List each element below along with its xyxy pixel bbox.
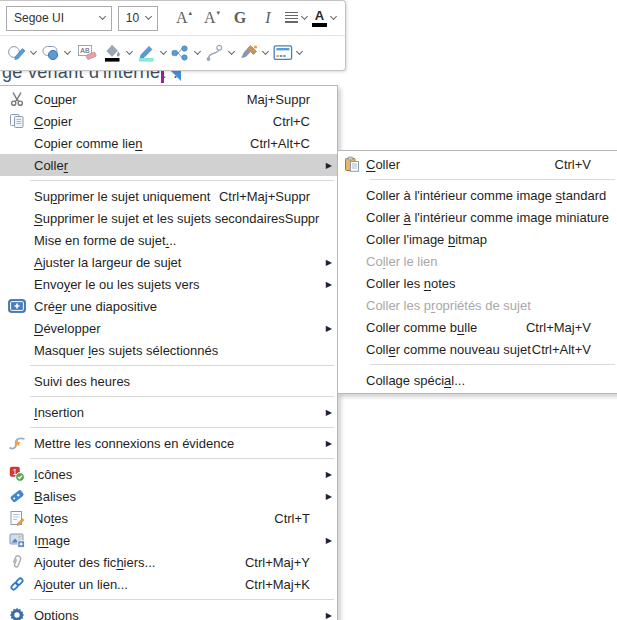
italic-button[interactable]: I: [256, 5, 280, 32]
font-size-select[interactable]: 10: [118, 6, 158, 31]
submenu-arrow-icon: ▶: [320, 324, 332, 333]
submenu-item[interactable]: Coller comme bulleCtrl+Maj+V: [338, 316, 617, 338]
scissors-icon: [0, 91, 34, 107]
menu-item-label: Insertion: [34, 406, 84, 419]
highlight-color-button[interactable]: [137, 40, 167, 67]
chevron-down-icon: [194, 48, 201, 55]
submenu-arrow-icon: ▶: [320, 611, 332, 620]
highlight-connections-icon: [0, 435, 34, 451]
submenu-arrow-icon: ▶: [320, 161, 332, 170]
menu-shortcut: Ctrl+Alt+C: [250, 137, 320, 150]
menu-shortcut: Ctrl+V: [555, 158, 601, 171]
menu-item[interactable]: Envoyer le ou les sujets vers▶: [0, 273, 337, 295]
letter-glyph: I: [265, 10, 270, 26]
chevron-down-icon: [228, 48, 235, 55]
menu-item-label: Coller les propriétés de sujet: [366, 299, 531, 312]
menu-item-label: Envoyer le ou les sujets vers: [34, 278, 199, 291]
font-color-icon: A: [312, 9, 327, 27]
decrease-font-size-button[interactable]: A▾: [200, 5, 224, 32]
menu-separator: [30, 180, 334, 181]
chevron-down-icon: [262, 48, 269, 55]
boundary-button[interactable]: [171, 40, 201, 67]
font-family-select[interactable]: Segoe UI: [6, 6, 112, 31]
connection-button[interactable]: [205, 40, 235, 67]
link-icon: [0, 576, 34, 592]
menu-item-label: Suivi des heures: [34, 375, 130, 388]
menu-item[interactable]: CopierCtrl+C: [0, 110, 337, 132]
menu-item[interactable]: Coller▶: [0, 154, 337, 176]
menu-item-label: Masquer les sujets sélectionnés: [34, 344, 218, 357]
boundary-icon: [171, 44, 191, 62]
menu-item[interactable]: Ajuster la largeur de sujet▶: [0, 251, 337, 273]
alignment-icon: [285, 12, 298, 24]
toolbar-row-font: Segoe UI 10 A▴A▾GIA: [0, 1, 345, 36]
menu-shortcut: Suppr: [285, 212, 330, 225]
caret-down-icon: ▾: [217, 9, 221, 17]
menu-item[interactable]: Balises▶: [0, 485, 337, 507]
menu-item[interactable]: Image▶: [0, 529, 337, 551]
bold-button[interactable]: G: [228, 5, 252, 32]
format-painter-button[interactable]: [239, 40, 269, 67]
menu-item[interactable]: Copier comme lienCtrl+Alt+C: [0, 132, 337, 154]
menu-item-label: Coller comme bulle: [366, 321, 477, 334]
fill-color-button[interactable]: [103, 40, 133, 67]
menu-item-label: Icônes: [34, 468, 72, 481]
letter-glyph: A: [204, 10, 216, 26]
menu-item[interactable]: NotesCtrl+T: [0, 507, 337, 529]
menu-item[interactable]: Créer une diapositive: [0, 295, 337, 317]
menu-item[interactable]: Options▶: [0, 604, 337, 620]
menu-separator: [30, 458, 334, 459]
menu-item[interactable]: 1Icônes▶: [0, 463, 337, 485]
letter-glyph: A: [176, 10, 188, 26]
increase-font-size-button[interactable]: A▴: [172, 5, 196, 32]
format-shape-button[interactable]: [7, 40, 37, 67]
submenu-item[interactable]: Coller les notes: [338, 272, 617, 294]
copy-icon: [0, 113, 34, 129]
paste-submenu: CollerCtrl+VColler à l'intérieur comme i…: [337, 150, 617, 394]
menu-item[interactable]: CouperMaj+Suppr: [0, 88, 337, 110]
submenu-arrow-icon: ▶: [320, 536, 332, 545]
submenu-item[interactable]: Coller à l'intérieur comme image standar…: [338, 184, 617, 206]
menu-item-label: Développer: [34, 322, 101, 335]
submenu-item[interactable]: CollerCtrl+V: [338, 153, 617, 175]
chevron-down-icon: [99, 13, 106, 20]
menu-item-label: Copier: [34, 115, 72, 128]
menu-item[interactable]: Suivi des heures: [0, 370, 337, 392]
menu-item[interactable]: Ajouter des fichiers...Ctrl+Maj+Y: [0, 551, 337, 573]
submenu-item[interactable]: Coller comme nouveau sujetCtrl+Alt+V: [338, 338, 617, 360]
slide-plus-icon: [0, 299, 34, 313]
menu-item[interactable]: Ajouter un lien...Ctrl+Maj+K: [0, 573, 337, 595]
topic-shape-button[interactable]: [41, 40, 71, 67]
panel-button[interactable]: [273, 40, 303, 67]
menu-item[interactable]: Supprimer le sujet et les sujets seconda…: [0, 207, 337, 229]
menu-shortcut: Ctrl+Alt+V: [532, 343, 601, 356]
font-color-button[interactable]: A: [312, 5, 337, 32]
menu-shortcut: Ctrl+Maj+Y: [245, 556, 320, 569]
clear-formatting-button[interactable]: AB: [75, 40, 99, 67]
menu-item-label: Copier comme lien: [34, 137, 142, 150]
chevron-down-icon: [160, 48, 167, 55]
font-family-value: Segoe UI: [14, 11, 64, 25]
menu-item[interactable]: Masquer les sujets sélectionnés: [0, 339, 337, 361]
submenu-item[interactable]: Coller l'image bitmap: [338, 228, 617, 250]
paperclip-icon: [0, 554, 34, 570]
submenu-item[interactable]: Coller à l'intérieur comme image miniatu…: [338, 206, 617, 228]
submenu-item[interactable]: Collage spécial...: [338, 369, 617, 391]
menu-item-label: Ajuster la largeur de sujet: [34, 256, 181, 269]
menu-item-label: Coller: [34, 159, 68, 172]
menu-item-label: Options: [34, 609, 79, 620]
notes-icon: [0, 510, 34, 526]
menu-item[interactable]: Supprimer le sujet uniquementCtrl+Maj+Su…: [0, 185, 337, 207]
alignment-button[interactable]: [284, 5, 308, 32]
chevron-down-icon: [145, 13, 152, 20]
menu-shortcut: Ctrl+Maj+K: [245, 578, 320, 591]
menu-item[interactable]: Développer▶: [0, 317, 337, 339]
clear-formatting-icon: AB: [77, 44, 97, 62]
menu-item[interactable]: Mettre les connexions en évidence▶: [0, 432, 337, 454]
submenu-arrow-icon: ▶: [320, 439, 332, 448]
menu-item[interactable]: Mise en forme de sujet...: [0, 229, 337, 251]
menu-item-label: Créer une diapositive: [34, 300, 157, 313]
menu-separator: [370, 364, 615, 365]
menu-separator: [30, 599, 334, 600]
menu-item[interactable]: Insertion▶: [0, 401, 337, 423]
